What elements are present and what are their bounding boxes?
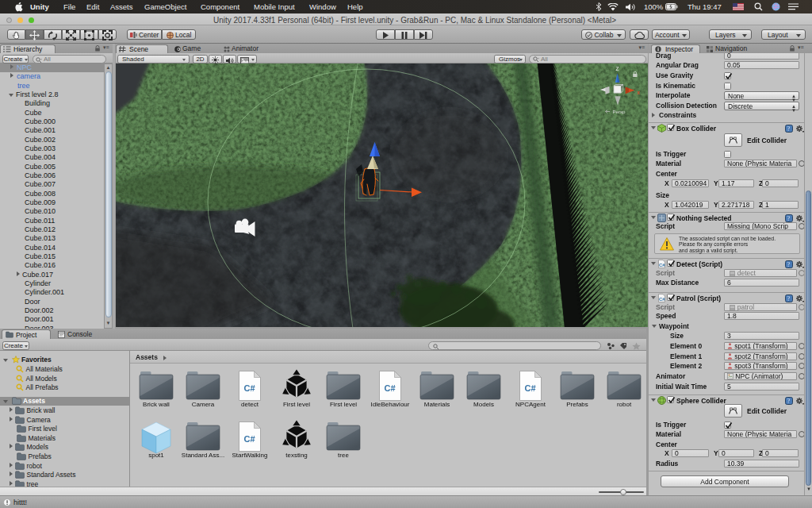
svg-text:x: x <box>638 90 641 95</box>
svg-text:Models: Models <box>473 401 494 408</box>
svg-text:StartWalking: StartWalking <box>232 452 267 459</box>
svg-text:C#: C# <box>243 383 255 393</box>
svg-text:C#: C# <box>243 434 255 444</box>
svg-text:Brick wall: Brick wall <box>143 401 170 408</box>
svg-text:Camera: Camera <box>192 401 215 408</box>
svg-text:First level: First level <box>330 401 357 408</box>
svg-text:?: ? <box>787 398 791 405</box>
svg-text:Standard Ass...: Standard Ass... <box>182 452 224 459</box>
svg-text:IdleBehaviour: IdleBehaviour <box>371 401 410 408</box>
svg-text:C#: C# <box>659 262 665 267</box>
svg-text:Persp: Persp <box>612 109 626 114</box>
svg-text:C#: C# <box>384 383 395 393</box>
svg-text:C#: C# <box>524 383 535 393</box>
svg-text:First level: First level <box>283 401 310 408</box>
svg-text:?: ? <box>787 215 791 222</box>
svg-text:NPCAgent: NPCAgent <box>515 401 546 408</box>
svg-text:tree: tree <box>338 452 349 459</box>
svg-text:Z: Z <box>616 66 619 71</box>
svg-text:spot1: spot1 <box>148 452 164 459</box>
svg-text:C#: C# <box>659 296 665 301</box>
svg-text:?: ? <box>787 261 791 268</box>
svg-text:robot: robot <box>617 401 632 408</box>
svg-text:texsting: texsting <box>285 452 308 459</box>
svg-text:detect: detect <box>241 401 259 408</box>
svg-text:?: ? <box>787 125 791 133</box>
svg-text:Materials: Materials <box>424 401 450 408</box>
svg-text:?: ? <box>787 295 791 302</box>
svg-text:Prefabs: Prefabs <box>566 401 588 408</box>
